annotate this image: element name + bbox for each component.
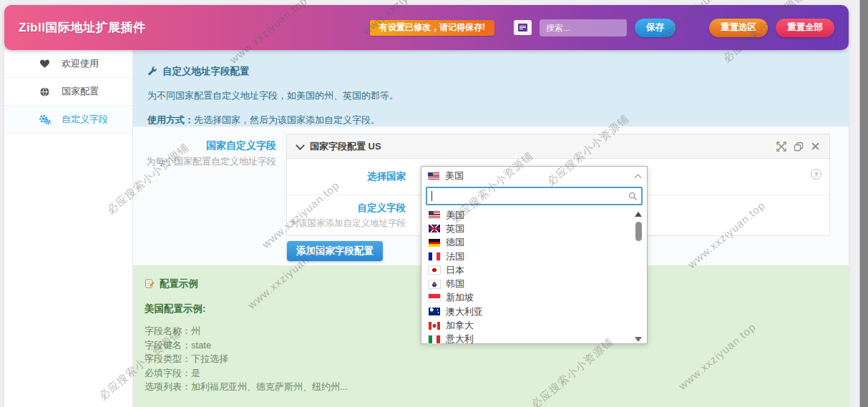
flag-de-icon [429, 239, 440, 247]
text-caret [431, 191, 432, 201]
country-option-sg[interactable]: 新加坡 [421, 291, 647, 305]
options-panel-button[interactable] [514, 20, 532, 35]
country-option-it[interactable]: 意大利 [421, 333, 647, 345]
selected-country-name: 美国 [445, 170, 464, 182]
country-option-gb[interactable]: 英国 [421, 222, 647, 235]
reset-section-button[interactable]: 重置选区 [709, 19, 768, 37]
globe-icon [39, 86, 51, 97]
dropdown-scrollbar [634, 210, 643, 344]
flag-fr-icon [429, 252, 440, 260]
page-title: Zibll国际地址扩展插件 [19, 19, 145, 36]
country-option-label: 加拿大 [446, 319, 474, 332]
chevron-up-icon [635, 174, 642, 181]
country-select-dropdown: 美国 美国英国德国法国日本韩国新加坡澳大利亚加拿大意大利 [421, 166, 648, 344]
info-box: 自定义地址字段配置 为不同国家配置自定义地址字段，如美国的州、英国的郡等。 使用… [133, 50, 849, 127]
country-option-label: 英国 [446, 222, 464, 235]
country-option-ca[interactable]: 加拿大 [421, 318, 647, 332]
country-options-list: 美国英国德国法国日本韩国新加坡澳大利亚加拿大意大利 [421, 208, 647, 345]
close-icon[interactable] [810, 141, 821, 152]
country-option-us[interactable]: 美国 [421, 208, 647, 222]
country-option-kr[interactable]: 韩国 [421, 277, 647, 290]
flag-jp-icon [429, 266, 440, 274]
info-usage-line: 使用方式：先选择国家，然后为该国家添加自定义字段。 [147, 114, 832, 127]
scroll-down-arrow[interactable] [635, 337, 642, 342]
example-line: 选项列表：加利福尼亚州、德克萨斯州、纽约州... [145, 380, 834, 394]
country-select-display[interactable]: 美国 [421, 167, 647, 185]
custom-fields-label: 自定义字段 [287, 202, 406, 215]
flag-sg-icon [429, 294, 440, 302]
header-bar: Zibll国际地址扩展插件 有设置已修改，请记得保存! 保存 重置选区 重置全部 [4, 5, 849, 50]
country-option-de[interactable]: 德国 [421, 236, 647, 250]
selected-country-flag [428, 172, 439, 180]
memo-icon [145, 278, 155, 290]
heart-icon [39, 58, 51, 69]
country-option-fr[interactable]: 法国 [421, 250, 647, 263]
example-line: 字段类型：下拉选择 [145, 352, 834, 366]
info-line: 为不同国家配置自定义地址字段，如美国的州、英国的郡等。 [147, 89, 832, 102]
info-usage-label: 使用方式： [147, 114, 194, 125]
wrench-icon [147, 66, 157, 78]
country-option-label: 法国 [446, 250, 464, 263]
chevron-down-icon [296, 141, 305, 150]
sidebar-item-custom-fields[interactable]: 自定义字段 [4, 106, 132, 134]
panel-title: 国家字段配置 US [310, 140, 381, 153]
sidebar-item-welcome[interactable]: 欢迎使用 [4, 50, 132, 78]
example-line: 必填字段：是 [145, 366, 834, 381]
reset-all-button[interactable]: 重置全部 [776, 19, 834, 37]
flag-it-icon [429, 335, 440, 343]
panel-header[interactable]: 国家字段配置 US [287, 134, 829, 159]
info-title: 自定义地址字段配置 [162, 65, 250, 78]
field-group-title: 国家自定义字段 [133, 139, 276, 152]
scrollbar-thumb[interactable] [635, 222, 642, 241]
sidebar-item-label: 自定义字段 [62, 113, 108, 126]
country-option-label: 日本 [446, 264, 464, 277]
sidebar-menu: 欢迎使用国家配置自定义字段 [4, 50, 133, 407]
country-option-label: 美国 [446, 209, 464, 222]
country-option-label: 韩国 [446, 278, 464, 290]
country-option-label: 新加坡 [446, 291, 474, 304]
examples-title: 配置示例 [160, 278, 198, 290]
cogs-icon [39, 114, 51, 125]
country-search-input[interactable] [427, 188, 641, 204]
flag-ca-icon [429, 322, 440, 330]
search-input[interactable] [540, 19, 627, 36]
unsaved-changes-notice[interactable]: 有设置已修改，请记得保存! [370, 20, 494, 36]
flag-gb-icon [429, 225, 440, 232]
info-usage-text: 先选择国家，然后为该国家添加自定义字段。 [194, 114, 380, 125]
country-option-au[interactable]: 澳大利亚 [421, 305, 647, 318]
field-group-subtitle: 为每个国家配置自定义地址字段 [133, 155, 276, 168]
flag-kr-icon [429, 280, 440, 288]
sidebar-item-label: 国家配置 [62, 85, 99, 98]
flag-au-icon [429, 308, 440, 315]
panel-grid-icon [518, 24, 527, 31]
page-scrollbar[interactable] [859, 0, 868, 407]
help-icon[interactable]: ? [811, 169, 821, 180]
country-option-jp[interactable]: 日本 [421, 263, 647, 277]
save-button[interactable]: 保存 [635, 19, 676, 37]
sidebar-item-label: 欢迎使用 [62, 57, 99, 70]
select-country-label: 选择国家 [287, 170, 406, 183]
country-option-label: 意大利 [446, 333, 474, 345]
country-option-label: 德国 [446, 236, 464, 249]
expand-icon[interactable] [776, 141, 786, 152]
copy-icon[interactable] [793, 141, 804, 152]
custom-fields-subtitle: 为该国家添加自定义地址字段 [287, 217, 406, 230]
add-country-config-button[interactable]: 添加国家字段配置 [287, 241, 383, 261]
country-option-label: 澳大利亚 [446, 305, 483, 318]
magnifier-icon [628, 191, 638, 204]
flag-us-icon [429, 211, 440, 219]
scroll-up-arrow[interactable] [635, 212, 642, 217]
sidebar-item-country-config[interactable]: 国家配置 [4, 78, 132, 106]
